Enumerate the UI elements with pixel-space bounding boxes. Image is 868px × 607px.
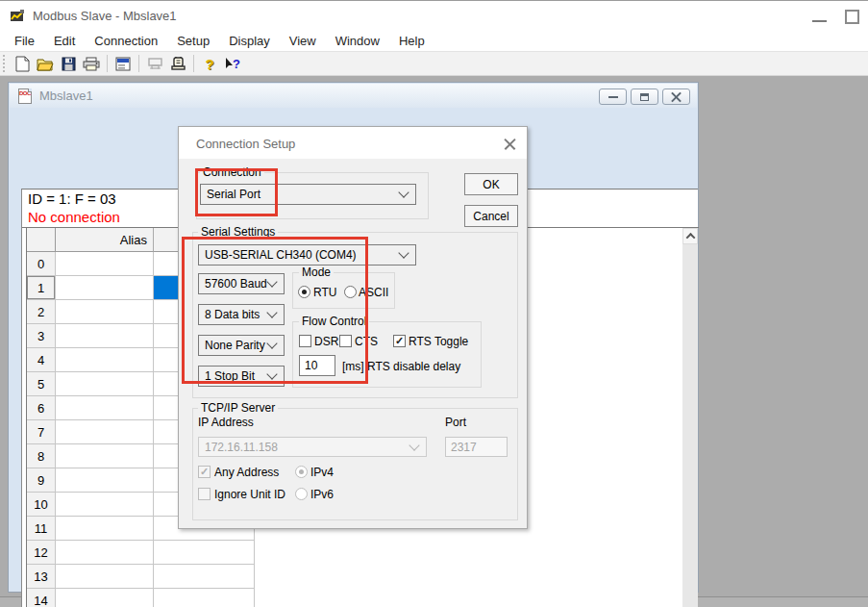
- row-number-cell[interactable]: 14: [27, 589, 56, 607]
- ipv4-label[interactable]: IPv4: [310, 466, 334, 479]
- alias-cell[interactable]: [56, 565, 154, 589]
- dialog-close-icon[interactable]: [504, 138, 516, 150]
- alias-cell[interactable]: [56, 468, 154, 493]
- any-address-label[interactable]: Any Address: [214, 466, 279, 479]
- new-file-icon[interactable]: [12, 54, 33, 73]
- row-number-cell[interactable]: 4: [27, 348, 56, 372]
- alias-column-header[interactable]: Alias: [56, 228, 154, 252]
- rts-toggle-label[interactable]: RTS Toggle: [409, 335, 468, 348]
- row-number-cell[interactable]: 3: [27, 324, 56, 348]
- minimize-button[interactable]: [812, 20, 827, 22]
- row-number-cell[interactable]: 13: [27, 565, 56, 589]
- app-icon: [10, 9, 25, 24]
- row-number-cell[interactable]: 1: [27, 276, 56, 300]
- connection-status-text: No connection: [28, 209, 120, 225]
- row-number-cell[interactable]: 9: [27, 468, 56, 493]
- row-number-cell[interactable]: 0: [27, 252, 56, 276]
- display-setup-icon[interactable]: [112, 54, 134, 73]
- toolbar: ? ?: [0, 51, 868, 76]
- ipv4-radio[interactable]: [295, 466, 308, 478]
- save-icon[interactable]: [58, 54, 79, 73]
- menu-window[interactable]: Window: [326, 34, 389, 48]
- window-title: Modbus Slave - Mbslave1: [33, 9, 177, 23]
- menu-display[interactable]: Display: [219, 34, 280, 48]
- value-cell[interactable]: [154, 541, 255, 565]
- ipv6-label[interactable]: IPv6: [310, 488, 334, 501]
- maximize-button[interactable]: [845, 10, 859, 24]
- help-icon[interactable]: ?: [199, 54, 220, 73]
- row-number-cell[interactable]: 8: [27, 444, 56, 468]
- value-cell[interactable]: [154, 565, 255, 589]
- dialog-titlebar[interactable]: Connection Setup: [179, 127, 527, 159]
- table-row: 14: [27, 589, 255, 607]
- row-number-cell[interactable]: 2: [27, 300, 56, 324]
- annotation-rect-serial-settings: [182, 237, 368, 384]
- vertical-scrollbar[interactable]: [682, 228, 698, 607]
- menu-help[interactable]: Help: [389, 34, 434, 48]
- alias-cell[interactable]: [56, 372, 154, 396]
- rts-toggle-checkbox[interactable]: [393, 335, 406, 347]
- child-restore-button[interactable]: [631, 89, 658, 105]
- ipv6-radio[interactable]: [295, 488, 308, 500]
- alias-cell[interactable]: [56, 396, 154, 420]
- table-row: 13: [27, 565, 255, 589]
- alias-cell[interactable]: [56, 276, 154, 300]
- child-titlebar[interactable]: DOC Mbslave1: [10, 84, 697, 108]
- print-icon[interactable]: [81, 54, 102, 73]
- alias-cell[interactable]: [56, 493, 154, 517]
- any-address-checkbox[interactable]: [198, 466, 211, 478]
- menu-view[interactable]: View: [280, 34, 326, 48]
- ip-address-label: IP Address: [198, 416, 254, 429]
- port-label: Port: [445, 416, 466, 429]
- ok-button[interactable]: OK: [464, 173, 518, 195]
- alias-cell[interactable]: [56, 589, 154, 607]
- grid-corner-cell[interactable]: [27, 228, 56, 252]
- alias-cell[interactable]: [56, 252, 154, 276]
- row-number-cell[interactable]: 11: [27, 517, 56, 541]
- annotation-rect-connection: [195, 168, 278, 216]
- document-icon: DOC: [18, 89, 32, 104]
- ignore-unit-id-label[interactable]: Ignore Unit ID: [214, 488, 285, 501]
- ip-address-value: 172.16.11.158: [205, 441, 410, 454]
- scroll-up-button[interactable]: [682, 228, 698, 244]
- application-window: Modbus Slave - Mbslave1 File Edit Connec…: [0, 0, 868, 607]
- chevron-down-icon: [409, 440, 419, 450]
- slave-id-function-text: ID = 1: F = 03: [28, 190, 116, 207]
- poll-definition-icon[interactable]: [144, 54, 165, 73]
- ip-address-combobox[interactable]: 172.16.11.158: [198, 437, 427, 457]
- context-help-icon[interactable]: ?: [222, 54, 243, 73]
- alias-cell[interactable]: [56, 348, 154, 372]
- row-number-cell[interactable]: 5: [27, 372, 56, 396]
- tcpip-group-label: TCP/IP Server: [198, 401, 278, 415]
- dialog-title: Connection Setup: [196, 137, 295, 151]
- row-number-cell[interactable]: 6: [27, 396, 56, 420]
- cancel-button[interactable]: Cancel: [464, 205, 518, 227]
- open-file-icon[interactable]: [35, 54, 56, 73]
- alias-cell[interactable]: [56, 541, 154, 565]
- row-number-cell[interactable]: 10: [27, 493, 56, 517]
- chevron-down-icon: [398, 187, 409, 197]
- child-minimize-button[interactable]: [599, 89, 627, 105]
- menu-file[interactable]: File: [5, 34, 44, 48]
- alias-cell[interactable]: [56, 420, 154, 444]
- ignore-unit-id-checkbox[interactable]: [198, 488, 211, 500]
- tcp-port-input[interactable]: 2317: [445, 437, 508, 457]
- alias-cell[interactable]: [56, 517, 154, 541]
- table-row: 12: [27, 541, 255, 565]
- value-cell[interactable]: [154, 589, 255, 607]
- chevron-down-icon: [398, 247, 409, 258]
- menu-connection[interactable]: Connection: [85, 34, 167, 48]
- menu-edit[interactable]: Edit: [44, 34, 85, 48]
- child-close-button[interactable]: [662, 89, 690, 105]
- row-number-cell[interactable]: 12: [27, 541, 56, 565]
- alias-cell[interactable]: [56, 300, 154, 324]
- menu-bar: File Edit Connection Setup Display View …: [0, 30, 868, 51]
- toolbar-grip[interactable]: [3, 55, 6, 72]
- main-titlebar: Modbus Slave - Mbslave1: [0, 0, 868, 30]
- menu-setup[interactable]: Setup: [167, 34, 219, 48]
- alias-cell[interactable]: [56, 444, 154, 468]
- row-number-cell[interactable]: 7: [27, 420, 56, 444]
- toolbar-separator: [107, 55, 108, 72]
- communication-traffic-icon[interactable]: [167, 54, 188, 73]
- alias-cell[interactable]: [56, 324, 154, 348]
